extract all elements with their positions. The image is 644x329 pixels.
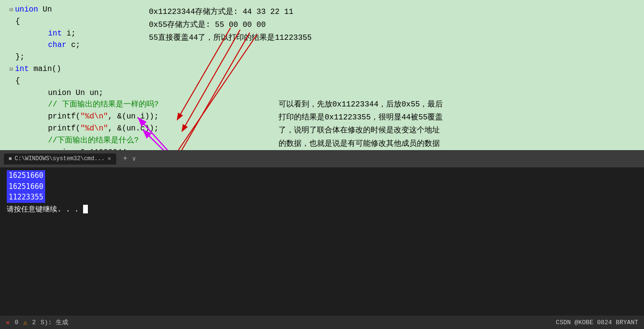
string-1: "%d\n" bbox=[80, 111, 108, 123]
code-text: printf( bbox=[48, 111, 80, 123]
continue-line: 请按任意键继续. . . bbox=[7, 205, 637, 214]
code-line-2: { bbox=[0, 16, 644, 28]
code-text: i; bbox=[62, 28, 76, 40]
output-value-3: 11223355 bbox=[7, 192, 45, 203]
fold-icon-2: ⊟ bbox=[10, 65, 13, 74]
main-container: ⊟ union Un { int i; char c; }; bbox=[0, 0, 644, 329]
output-value-2: 16251660 bbox=[7, 181, 45, 192]
terminal-bar: ■ C:\WINDOWS\system32\cmd... × + ∨ bbox=[0, 150, 644, 167]
status-label: S): 生成 bbox=[41, 318, 68, 327]
comment-1: // 下面输出的结果是一样的吗? bbox=[48, 99, 158, 111]
code-line-6: ⊟ int main() bbox=[0, 63, 644, 75]
annotation-middle-text: 可以看到，先放0x11223344，后放0x55，最后打印的结果是0x11223… bbox=[279, 98, 443, 150]
code-text: printf( bbox=[48, 123, 80, 135]
code-text: { bbox=[15, 75, 20, 87]
error-icon: ✕ bbox=[6, 318, 10, 327]
annotation-line-3: 55直接覆盖44了，所以打印的结果是11223355 bbox=[149, 32, 312, 45]
code-editor: ⊟ union Un { int i; char c; }; bbox=[0, 0, 644, 150]
continue-text: 请按任意键继续. . . bbox=[7, 205, 83, 213]
terminal-tab-label: C:\WINDOWS\system32\cmd... bbox=[15, 155, 105, 162]
code-text: c; bbox=[66, 39, 80, 51]
comment-2: //下面输出的结果是什么? bbox=[48, 135, 139, 147]
status-left: ✕ 0 ⚠ 2 S): 生成 bbox=[6, 318, 68, 327]
code-text: un.i = 0x11223344; bbox=[48, 147, 131, 150]
terminal-tab[interactable]: ■ C:\WINDOWS\system32\cmd... × bbox=[4, 153, 116, 164]
code-text: union Un un; bbox=[48, 87, 103, 99]
error-count: 0 bbox=[14, 319, 18, 326]
fold-icon-1: ⊟ bbox=[10, 6, 13, 15]
code-line-5: }; bbox=[0, 51, 644, 63]
terminal-output: 16251660 16251660 11223355 请按任意键继续. . . bbox=[0, 167, 644, 316]
output-line-2: 16251660 bbox=[7, 181, 637, 192]
kw-char: char bbox=[48, 39, 66, 51]
output-line-3: 11223355 bbox=[7, 192, 637, 203]
annotation-top-right: 0x11223344存储方式是: 44 33 22 11 0x55存储方式是: … bbox=[149, 6, 312, 45]
code-text: Un bbox=[38, 4, 52, 16]
code-line-3: int i; bbox=[0, 28, 644, 40]
code-line-1: ⊟ union Un bbox=[0, 4, 644, 16]
terminal-tab-icon: ■ bbox=[9, 156, 12, 162]
output-line-1: 16251660 bbox=[7, 170, 637, 181]
kw-union: union bbox=[15, 4, 38, 16]
terminal-chevron-button[interactable]: ∨ bbox=[132, 155, 136, 163]
string-2: "%d\n" bbox=[80, 123, 108, 135]
code-text: }; bbox=[15, 51, 24, 63]
code-line-4: char c; bbox=[0, 39, 644, 51]
output-value-1: 16251660 bbox=[7, 170, 45, 181]
terminal-close-button[interactable]: × bbox=[108, 155, 111, 163]
warning-count: 2 bbox=[32, 319, 36, 326]
annotation-middle-right: 可以看到，先放0x11223344，后放0x55，最后打印的结果是0x11223… bbox=[279, 98, 443, 150]
warning-icon: ⚠ bbox=[23, 318, 27, 327]
annotation-line-2: 0x55存储方式是: 55 00 00 00 bbox=[149, 19, 312, 32]
code-text: main() bbox=[29, 63, 61, 75]
branding-text: CSDN @KOBE 0824 BRYANT bbox=[556, 319, 638, 326]
kw-int: int bbox=[48, 28, 62, 40]
terminal-plus-button[interactable]: + bbox=[123, 154, 128, 163]
code-text: , &(un.c)); bbox=[108, 123, 159, 135]
annotation-line-1: 0x11223344存储方式是: 44 33 22 11 bbox=[149, 6, 312, 19]
cursor bbox=[83, 205, 88, 213]
code-line-7: { bbox=[0, 75, 644, 87]
status-bar: ✕ 0 ⚠ 2 S): 生成 CSDN @KOBE 0824 BRYANT bbox=[0, 316, 644, 329]
code-text: { bbox=[15, 16, 20, 28]
code-line-8: union Un un; bbox=[0, 87, 644, 99]
kw-int2: int bbox=[15, 63, 29, 75]
status-right: CSDN @KOBE 0824 BRYANT bbox=[556, 319, 638, 326]
code-text: , &(un.i)); bbox=[108, 111, 159, 123]
